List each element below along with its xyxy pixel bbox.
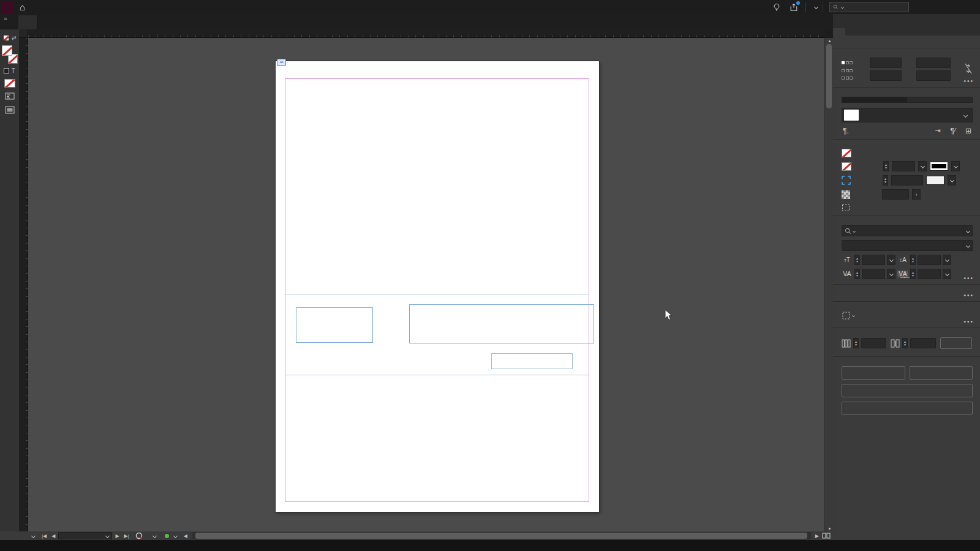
tracking-field[interactable] [918, 269, 941, 279]
cc-libraries-icon[interactable] [5, 92, 15, 100]
align-more-options[interactable]: ••• [963, 318, 974, 325]
tips-lightbulb-icon[interactable] [771, 2, 782, 13]
arrange-button[interactable] [842, 384, 973, 397]
vertical-ruler[interactable] [19, 38, 28, 531]
fill-color-swatch[interactable] [842, 149, 851, 157]
previous-page-button[interactable]: ◀ [50, 533, 57, 539]
stroke-weight-field[interactable] [892, 161, 915, 171]
zoom-level-select[interactable] [26, 531, 39, 540]
formatting-affects-toggle[interactable]: T [4, 67, 15, 74]
paragraph-more-options[interactable]: ••• [963, 292, 974, 299]
linked-image-badge-icon[interactable]: ∞ [277, 59, 286, 66]
constrain-proportions-icon[interactable] [964, 62, 973, 75]
stroke-type-swatch[interactable] [930, 162, 948, 171]
home-icon[interactable]: ⌂ [20, 2, 25, 12]
screen-mode-icon[interactable] [5, 106, 15, 114]
pasteboard[interactable]: ∞ [28, 38, 824, 531]
last-page-button[interactable]: ▶| [123, 533, 131, 539]
paragraph-mark-icon[interactable]: ¶. [843, 127, 849, 135]
horizontal-scrollbar[interactable] [192, 532, 811, 539]
corner-shape-swatch[interactable] [926, 176, 944, 185]
font-family-select[interactable] [842, 225, 973, 236]
restore-button[interactable] [936, 0, 957, 14]
horizontal-scrollbar-thumb[interactable] [195, 533, 807, 539]
lock-button[interactable] [842, 366, 905, 380]
scroll-left-icon[interactable]: ◀ [182, 533, 189, 539]
info-text-frame[interactable] [296, 307, 373, 343]
kerning-dropdown[interactable] [887, 269, 895, 279]
tab-cc-libraries[interactable] [858, 28, 870, 36]
gutter-field[interactable] [910, 338, 936, 348]
corner-shape-dropdown[interactable] [948, 175, 956, 186]
horizontal-ruler[interactable] [28, 29, 824, 38]
columns-stepper[interactable]: ▲▼ [853, 338, 859, 348]
minimize-button[interactable] [915, 0, 936, 14]
preflight-status[interactable] [161, 531, 181, 540]
kerning-field[interactable] [862, 269, 885, 279]
redefine-style-icon[interactable]: ⇥ [935, 127, 940, 135]
transform-more-options[interactable]: ••• [963, 78, 974, 84]
panel-expand-icon[interactable]: » [0, 14, 18, 29]
h-field[interactable] [916, 70, 951, 81]
leading-dropdown[interactable] [943, 255, 951, 265]
stroke-color-swatch[interactable] [842, 162, 851, 171]
character-more-options[interactable]: ••• [963, 275, 974, 282]
columns-field[interactable] [861, 338, 886, 348]
vertical-scrollbar-thumb[interactable] [826, 44, 832, 108]
new-style-icon[interactable]: ⊞ [965, 127, 971, 135]
corner-radius-stepper[interactable]: ▲▼ [883, 175, 888, 186]
fill-swatch[interactable] [2, 45, 12, 56]
postcard-artwork-bottom[interactable] [276, 375, 599, 512]
first-page-button[interactable]: |◀ [40, 533, 48, 539]
next-page-button[interactable]: ▶ [113, 533, 121, 539]
text-frame-options-button[interactable] [940, 337, 972, 349]
stock-search[interactable] [829, 2, 909, 12]
font-size-stepper[interactable]: ▲▼ [854, 255, 860, 265]
apply-none-swatch[interactable] [4, 79, 15, 88]
spread-view-icon[interactable] [822, 533, 831, 539]
tracking-stepper[interactable]: ▲▼ [910, 269, 916, 279]
formatting-text-icon[interactable]: T [11, 67, 15, 74]
fill-placeholder-button[interactable] [842, 402, 973, 415]
font-size-field[interactable] [862, 255, 885, 265]
y-field[interactable] [870, 70, 902, 81]
stroke-weight-stepper[interactable]: ▲▼ [883, 161, 889, 171]
tab-pages[interactable] [845, 28, 858, 36]
close-button[interactable] [957, 0, 978, 14]
stroke-weight-dropdown[interactable] [918, 161, 927, 171]
paragraph-styles-tab[interactable] [842, 97, 907, 102]
scroll-right-icon[interactable]: ▶ [813, 533, 821, 539]
formatting-container-icon[interactable] [4, 68, 9, 73]
stroke-type-dropdown[interactable] [951, 161, 960, 171]
character-styles-tab[interactable] [907, 97, 972, 102]
share-icon[interactable] [788, 2, 799, 13]
leading-field[interactable] [918, 255, 941, 265]
preflight-icon[interactable] [135, 532, 143, 539]
kerning-stepper[interactable]: ▲▼ [854, 269, 860, 279]
corner-radius-field[interactable] [891, 175, 923, 186]
title-text-frame[interactable] [409, 304, 594, 343]
w-field[interactable] [916, 58, 951, 68]
clear-overrides-icon[interactable]: ¶⁄ [950, 127, 955, 135]
x-field[interactable] [870, 58, 902, 68]
search-input[interactable] [846, 4, 905, 11]
tracking-dropdown[interactable] [943, 269, 951, 279]
font-style-select[interactable] [842, 240, 973, 251]
banner-text-frame[interactable] [491, 353, 573, 369]
swap-fill-stroke-icon[interactable]: ⇄ [2, 34, 17, 44]
ruler-origin-box[interactable] [19, 29, 28, 38]
workspace-switcher[interactable] [805, 2, 823, 12]
tab-properties[interactable] [833, 28, 845, 36]
document-tab[interactable] [18, 15, 37, 29]
group-button[interactable] [910, 366, 973, 380]
vertical-scrollbar[interactable]: ▲ ▼ [824, 38, 833, 531]
paragraph-style-select[interactable] [842, 108, 973, 122]
opacity-field[interactable] [882, 189, 909, 200]
font-size-dropdown[interactable] [887, 255, 895, 265]
leading-stepper[interactable]: ▲▼ [910, 255, 916, 265]
object-style-icon[interactable] [842, 203, 850, 212]
gutter-stepper[interactable]: ▲▼ [902, 338, 908, 348]
opacity-expand[interactable]: › [912, 189, 921, 200]
fill-stroke-swatches[interactable] [2, 45, 18, 64]
align-to-select[interactable] [842, 311, 855, 320]
